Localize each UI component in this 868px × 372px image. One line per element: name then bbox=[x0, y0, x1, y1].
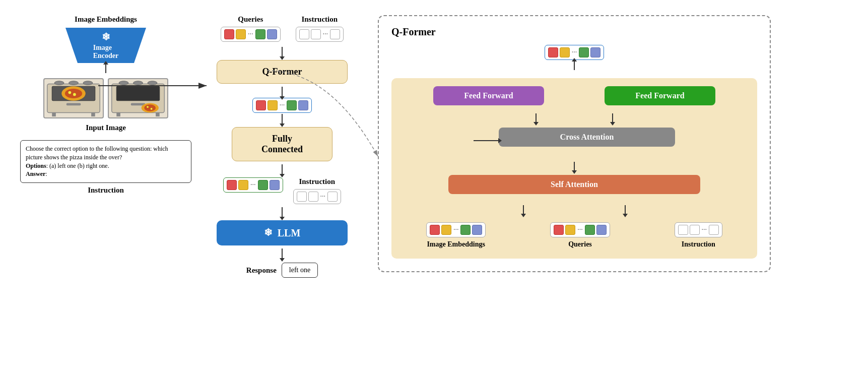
instruction-group-top: Instruction ··· bbox=[296, 15, 344, 42]
svg-point-18 bbox=[151, 108, 153, 110]
options-bold: Options bbox=[26, 162, 46, 169]
out-token-blue bbox=[298, 100, 308, 110]
self-attention-box: Self Attention bbox=[448, 175, 700, 194]
qf-out-red bbox=[548, 47, 558, 57]
response-value: left one bbox=[289, 266, 310, 274]
qformer-inner: Feed Forward Feed Forward Cross Attentio… bbox=[391, 78, 757, 259]
img-embed-strip: ··· bbox=[426, 222, 486, 237]
img-blue bbox=[472, 225, 482, 235]
token-blue bbox=[267, 29, 277, 39]
queries-group: Queries ··· bbox=[221, 15, 281, 42]
arrow-ff-purple bbox=[536, 113, 537, 122]
instruction-box: Choose the correct option to the followi… bbox=[20, 140, 191, 183]
inst-mid-w2 bbox=[308, 192, 318, 202]
qf-out-green bbox=[579, 47, 589, 57]
token-dots: ··· bbox=[248, 30, 253, 38]
left-section: Image Embeddings ❄ ImageEncoder bbox=[15, 10, 196, 195]
ib-w1 bbox=[678, 225, 688, 235]
snowflake-icon: ❄ bbox=[102, 31, 110, 43]
token-red bbox=[224, 29, 234, 39]
svg-point-9 bbox=[83, 81, 93, 85]
token-green bbox=[255, 29, 265, 39]
top-tokens-row: Queries ··· Instruction ··· bbox=[221, 15, 344, 42]
image-embeddings-label: Image Embeddings bbox=[75, 15, 137, 24]
bottom-inputs-row: ··· Image Embeddings ··· bbox=[402, 222, 747, 249]
svg-point-19 bbox=[119, 81, 128, 85]
svg-rect-11 bbox=[91, 113, 95, 117]
token-w3 bbox=[330, 29, 340, 39]
arrow-to-fc bbox=[282, 114, 283, 124]
token-yellow bbox=[236, 29, 246, 39]
middle-section: Queries ··· Instruction ··· bbox=[196, 10, 368, 278]
ff-purple-box: Feed Forward bbox=[433, 86, 544, 105]
arrow-to-instruction bbox=[625, 205, 626, 214]
fc-out-yellow bbox=[238, 180, 248, 190]
out-token-dots: ··· bbox=[280, 101, 285, 109]
svg-point-7 bbox=[54, 81, 64, 85]
img-green bbox=[460, 225, 471, 235]
out-token-yellow bbox=[268, 100, 278, 110]
svg-rect-23 bbox=[156, 113, 160, 117]
ff-green-box: Feed Forward bbox=[605, 86, 715, 105]
instruction-label-mid: Instruction bbox=[299, 177, 335, 186]
answer-colon: : bbox=[45, 170, 47, 177]
fc-label: FullyConnected bbox=[261, 134, 303, 154]
fc-out-green bbox=[258, 180, 268, 190]
self-arrows bbox=[523, 204, 626, 215]
response-row: Response left one bbox=[246, 263, 318, 278]
oven-image-left bbox=[43, 78, 104, 118]
inst-mid-w1 bbox=[297, 192, 307, 202]
instruction-strip-mid: ··· bbox=[293, 189, 342, 204]
svg-rect-6 bbox=[66, 103, 81, 106]
image-embeddings-input: ··· Image Embeddings bbox=[426, 222, 486, 249]
ff-green-group: Feed Forward bbox=[605, 86, 715, 105]
llm-label: LLM bbox=[278, 227, 301, 239]
instruction-label-top: Instruction bbox=[301, 15, 338, 24]
arrow-from-fc bbox=[282, 164, 283, 174]
qb-green bbox=[585, 225, 595, 235]
right-section: Q-Former ··· Feed Forward bbox=[368, 10, 853, 272]
arrow-to-qformer bbox=[282, 47, 283, 57]
qf-out-yellow bbox=[560, 47, 570, 57]
out-token-green bbox=[287, 100, 297, 110]
token-w2 bbox=[311, 29, 321, 39]
instruction-strip-top: ··· bbox=[296, 27, 344, 42]
svg-rect-22 bbox=[116, 113, 120, 117]
middle-instruction-row: ··· Instruction ··· bbox=[223, 177, 341, 204]
response-label: Response bbox=[246, 266, 277, 275]
fc-out-red bbox=[227, 180, 237, 190]
oven-image-right bbox=[108, 78, 168, 118]
img-yellow bbox=[441, 225, 451, 235]
svg-point-21 bbox=[148, 81, 157, 85]
llm-box: ❄ LLM bbox=[217, 220, 348, 245]
cross-attention-area: Cross Attention bbox=[402, 128, 747, 154]
queries-bottom-strip: ··· bbox=[550, 222, 610, 237]
arrow-to-llm bbox=[282, 207, 283, 217]
out-token-red bbox=[256, 100, 266, 110]
cross-left-arrow bbox=[474, 140, 499, 141]
queries-bottom-label: Queries bbox=[568, 240, 592, 249]
answer-bold: Answer bbox=[26, 170, 45, 177]
image-encoder-trapezoid: ❄ ImageEncoder bbox=[65, 28, 146, 63]
qformer-label: Q-Former bbox=[262, 67, 302, 77]
up-arrow-encoder bbox=[105, 64, 106, 73]
qformer-box: Q-Former bbox=[217, 60, 348, 84]
instruction-input-group: ··· Instruction bbox=[675, 222, 723, 249]
ff-purple-group: Feed Forward bbox=[433, 86, 544, 105]
svg-point-16 bbox=[144, 104, 156, 111]
instruction-bottom-label: Instruction bbox=[682, 240, 715, 249]
qb-blue bbox=[596, 225, 607, 235]
img-dots: ··· bbox=[453, 226, 459, 234]
qformer-output-top: ··· bbox=[391, 45, 757, 71]
token-w1 bbox=[299, 29, 309, 39]
queries-strip: ··· bbox=[221, 27, 281, 42]
instruction-question: Choose the correct option to the followi… bbox=[26, 145, 168, 161]
instruction-mid-group: Instruction ··· bbox=[293, 177, 342, 204]
fc-output-group: ··· bbox=[223, 177, 283, 193]
arrow-to-output bbox=[574, 61, 575, 70]
queries-label: Queries bbox=[238, 15, 263, 24]
arrow-from-llm bbox=[282, 249, 283, 259]
ff-arrows bbox=[536, 112, 613, 123]
cross-attention-box: Cross Attention bbox=[499, 128, 675, 147]
fc-out-dots: ··· bbox=[250, 181, 256, 189]
